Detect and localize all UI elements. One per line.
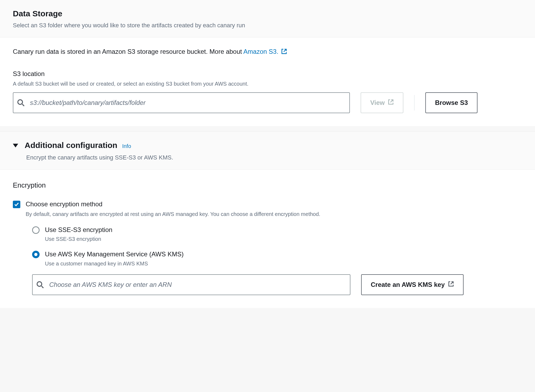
amazon-s3-link[interactable]: Amazon S3.: [243, 48, 287, 55]
check-icon: [14, 202, 19, 207]
sse-s3-label: Use SSE-S3 encryption: [45, 225, 112, 234]
s3-location-hint: A default S3 bucket will be used or crea…: [13, 80, 522, 87]
data-storage-subtitle: Select an S3 folder where you would like…: [13, 21, 522, 30]
data-storage-body: Canary run data is stored in an Amazon S…: [0, 37, 535, 126]
kms-key-row: Create an AWS KMS key: [32, 274, 522, 295]
divider: [414, 95, 415, 111]
browse-s3-button-label: Browse S3: [435, 99, 468, 106]
external-link-icon: [448, 281, 454, 288]
sse-s3-hint: Use SSE-S3 encryption: [45, 235, 112, 243]
additional-config-subtitle: Encrypt the canary artifacts using SSE-S…: [26, 154, 522, 162]
section-gap: [0, 126, 535, 131]
create-kms-key-label: Create an AWS KMS key: [371, 281, 445, 288]
info-text: Canary run data is stored in an Amazon S…: [13, 48, 243, 55]
encryption-heading: Encryption: [13, 180, 522, 190]
kms-hint: Use a customer managed key in AWS KMS: [45, 260, 184, 267]
s3-location-label: S3 location: [13, 69, 522, 78]
create-kms-key-button[interactable]: Create an AWS KMS key: [361, 274, 464, 295]
view-button[interactable]: View: [361, 92, 403, 113]
kms-option[interactable]: Use AWS Key Management Service (AWS KMS)…: [32, 250, 522, 267]
amazon-s3-link-text: Amazon S3.: [243, 48, 278, 55]
browse-s3-button[interactable]: Browse S3: [425, 92, 477, 113]
caret-down-icon: [13, 144, 18, 147]
s3-location-input[interactable]: [13, 92, 350, 113]
kms-key-input[interactable]: [32, 274, 350, 295]
kms-key-input-wrap: [32, 274, 350, 295]
data-storage-info: Canary run data is stored in an Amazon S…: [13, 47, 522, 57]
s3-location-input-wrap: [13, 92, 350, 113]
data-storage-header: Data Storage Select an S3 folder where y…: [0, 0, 535, 37]
external-link-icon: [281, 48, 287, 57]
choose-encryption-hint: By default, canary artifacts are encrypt…: [26, 210, 320, 218]
view-button-label: View: [370, 99, 385, 106]
s3-location-row: View Browse S3: [13, 92, 522, 113]
sse-s3-option[interactable]: Use SSE-S3 encryption Use SSE-S3 encrypt…: [32, 225, 522, 243]
radio-selected-icon: [32, 251, 40, 258]
choose-encryption-label: Choose encryption method: [26, 200, 320, 209]
info-link[interactable]: Info: [122, 142, 131, 150]
additional-config-title: Additional configuration: [25, 140, 117, 151]
radio-unselected-icon: [32, 226, 40, 234]
choose-encryption-checkbox[interactable]: [13, 201, 20, 208]
encryption-radio-group: Use SSE-S3 encryption Use SSE-S3 encrypt…: [32, 225, 522, 267]
data-storage-title: Data Storage: [13, 8, 522, 19]
encryption-body: Encryption Choose encryption method By d…: [0, 170, 535, 308]
external-link-icon: [388, 99, 394, 106]
kms-label: Use AWS Key Management Service (AWS KMS): [45, 250, 184, 259]
additional-config-header[interactable]: Additional configuration Info Encrypt th…: [0, 131, 535, 170]
choose-encryption-row: Choose encryption method By default, can…: [13, 200, 522, 218]
